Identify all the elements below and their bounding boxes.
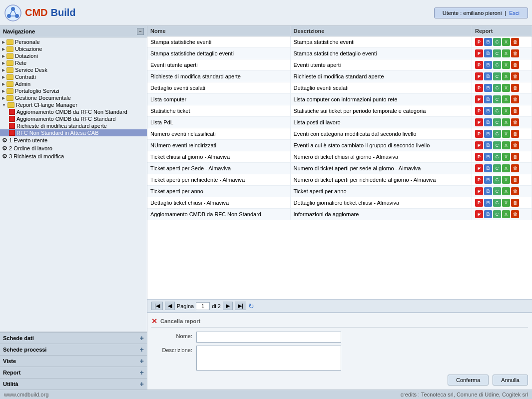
pdf-icon[interactable]: P [475,130,483,138]
table-row[interactable]: Eventi utente apertiEventi utente aperti… [147,59,532,71]
xls-icon[interactable]: X [502,84,510,92]
del-icon[interactable]: 🗑 [511,130,519,138]
expand-icon[interactable]: ▶ [2,96,5,100]
xls-icon[interactable]: X [502,49,510,57]
page-icon[interactable]: 🖹 [484,176,492,184]
pdf-icon[interactable]: P [475,176,483,184]
sidebar-item-aggiornamento2[interactable]: Aggiornamento CMDB da RFC Standard [0,115,147,122]
table-row[interactable]: Ticket chiusi al giorno - AlmavivaNumero… [147,151,532,163]
descrizione-input[interactable] [196,346,341,371]
cancel-button[interactable]: Annulla [493,375,528,386]
sidebar-section-viste[interactable]: Viste+ [0,355,147,367]
table-row[interactable]: Dettaglio eventi scalatiDettaglio eventi… [147,82,532,94]
xls-icon[interactable]: X [502,130,510,138]
xls-icon[interactable]: X [502,176,510,184]
expand-icon[interactable]: ▶ [2,82,5,86]
page-icon[interactable]: 🖹 [484,153,492,161]
table-row[interactable]: Ticket aperti per Sede - AlmavivaNumero … [147,163,532,174]
sidebar-section-report[interactable]: Report+ [0,367,147,378]
del-icon[interactable]: 🗑 [511,176,519,184]
sidebar-item-servicedesk[interactable]: ▶ Service Desk [0,66,147,73]
pdf-icon[interactable]: P [475,153,483,161]
pdf-icon[interactable]: P [475,118,483,126]
last-page-button[interactable]: ▶| [235,302,246,310]
xls-icon[interactable]: X [502,95,510,103]
sidebar-item-rete[interactable]: ▶ Rete [0,59,147,66]
xls-icon[interactable]: X [502,210,510,218]
pdf-icon[interactable]: P [475,84,483,92]
pdf-icon[interactable]: P [475,38,483,46]
table-row[interactable]: Stampa statistiche dettaglio eventiStamp… [147,48,532,59]
del-icon[interactable]: 🗑 [511,49,519,57]
prev-page-button[interactable]: ◀ [165,302,175,310]
section-plus-icon[interactable]: + [140,380,144,388]
sidebar-item-aggiornamento1[interactable]: Aggiornamento CMDB da RFC Non Standard [0,108,147,115]
csv-icon[interactable]: C [493,176,501,184]
pdf-icon[interactable]: P [475,164,483,172]
del-icon[interactable]: 🗑 [511,153,519,161]
exit-link[interactable]: Esci [509,10,520,16]
page-icon[interactable]: 🖹 [484,72,492,80]
page-icon[interactable]: 🖹 [484,49,492,57]
section-plus-icon[interactable]: + [140,346,144,354]
del-icon[interactable]: 🗑 [511,210,519,218]
table-row[interactable]: Richieste di modifica standard aperteRic… [147,71,532,82]
pdf-icon[interactable]: P [475,107,483,115]
pdf-icon[interactable]: P [475,199,483,207]
page-icon[interactable]: 🖹 [484,61,492,69]
del-icon[interactable]: 🗑 [511,187,519,195]
csv-icon[interactable]: C [493,187,501,195]
del-icon[interactable]: 🗑 [511,61,519,69]
pdf-icon[interactable]: P [475,49,483,57]
next-page-button[interactable]: ▶ [223,302,233,310]
xls-icon[interactable]: X [502,187,510,195]
page-input[interactable] [196,302,210,310]
csv-icon[interactable]: C [493,118,501,126]
table-row[interactable]: NUmero eventi reindirizzatiEventi a cui … [147,140,532,151]
table-row[interactable]: Statistiche ticketStatistiche sui ticket… [147,105,532,117]
table-row[interactable]: Numero eventi riclassificatiEventi con c… [147,128,532,140]
expand-icon[interactable]: ▶ [2,75,5,79]
del-icon[interactable]: 🗑 [511,38,519,46]
del-icon[interactable]: 🗑 [511,164,519,172]
page-icon[interactable]: 🖹 [484,141,492,149]
sidebar-item-evento1[interactable]: ⚙1 Evento utente [0,136,147,144]
sidebar-item-rfcnonstandard[interactable]: RFC Non Standard in Attesa CAB [0,129,147,136]
expand-icon[interactable]: ▶ [2,68,5,72]
pdf-icon[interactable]: P [475,210,483,218]
csv-icon[interactable]: C [493,84,501,92]
expand-icon[interactable]: ▶ [2,40,5,44]
page-icon[interactable]: 🖹 [484,118,492,126]
del-icon[interactable]: 🗑 [511,72,519,80]
table-row[interactable]: Lista computerLista computer con informa… [147,94,532,105]
del-icon[interactable]: 🗑 [511,199,519,207]
sidebar-item-contratti[interactable]: ▶ Contratti [0,73,147,80]
del-icon[interactable]: 🗑 [511,107,519,115]
xls-icon[interactable]: X [502,107,510,115]
csv-icon[interactable]: C [493,164,501,172]
sidebar-item-admin[interactable]: ▶ Admin [0,80,147,87]
sidebar-item-reportchange[interactable]: ▼ Report CHange Manager [0,101,147,108]
sidebar-item-personale[interactable]: ▶ Personale [0,38,147,45]
sidebar-item-ubicazione[interactable]: ▶ Ubicazione [0,45,147,52]
del-icon[interactable]: 🗑 [511,84,519,92]
xls-icon[interactable]: X [502,118,510,126]
refresh-button[interactable]: ↻ [248,302,254,310]
csv-icon[interactable]: C [493,107,501,115]
pdf-icon[interactable]: P [475,95,483,103]
table-row[interactable]: Ticket aperti per richiedente - Almaviva… [147,174,532,186]
page-icon[interactable]: 🖹 [484,84,492,92]
page-icon[interactable]: 🖹 [484,199,492,207]
table-row[interactable]: Dettaglio ticket chiusi - AlmavivaDettag… [147,197,532,209]
del-icon[interactable]: 🗑 [511,118,519,126]
page-icon[interactable]: 🖹 [484,187,492,195]
csv-icon[interactable]: C [493,61,501,69]
page-icon[interactable]: 🖹 [484,164,492,172]
sidebar-section-schede-processi[interactable]: Schede processi+ [0,344,147,355]
expand-icon[interactable]: ▶ [2,47,5,51]
table-row[interactable]: Aggiornamento CMDB da RFC Non StandardIn… [147,209,532,220]
expand-icon[interactable]: ▼ [2,103,6,107]
section-plus-icon[interactable]: + [140,369,144,377]
csv-icon[interactable]: C [493,199,501,207]
sidebar-item-gestione[interactable]: ▶ Gestione Documentale [0,94,147,101]
